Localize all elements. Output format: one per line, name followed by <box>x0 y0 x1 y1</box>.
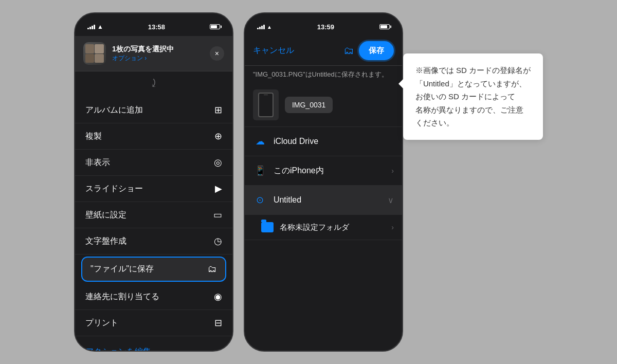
iphone-icon: 📱 <box>253 163 267 178</box>
hide-icon: ◎ <box>214 157 222 168</box>
file-preview: IMG_0031 <box>245 83 402 127</box>
wifi-right-icon: ▲ <box>267 24 272 30</box>
app-icon <box>83 42 106 65</box>
nav-right-group: 🗂 保存 <box>343 41 394 60</box>
menu-item-wallpaper[interactable]: 壁紙に設定 ▭ <box>75 202 232 228</box>
callout-text: ※画像では SD カードの登録名が 「Untitled」となっていますが、 お使… <box>415 64 531 130</box>
print-icon: ⊟ <box>214 317 222 329</box>
menu-item-save-files[interactable]: "ファイル"に保存 🗂 <box>81 257 226 282</box>
menu-item-assign-contact[interactable]: 連絡先に割り当てる ◉ <box>75 284 232 310</box>
icloud-label: iCloud Drive <box>274 137 394 146</box>
file-name-box[interactable]: IMG_0031 <box>285 97 333 113</box>
menu-label-duplicate: 複製 <box>85 131 102 142</box>
location-list: ☁ iCloud Drive 📱 このiPhone内 › ⊙ Untitled … <box>245 127 402 240</box>
icloud-icon: ☁ <box>253 134 267 149</box>
contact-icon: ◉ <box>214 291 222 302</box>
menu-label-wallpaper: 壁紙に設定 <box>85 210 126 221</box>
menu-item-duplicate[interactable]: 複製 ⊕ <box>75 123 232 150</box>
status-bar-right: ▲ 13:59 <box>245 13 402 36</box>
menu-label-print: プリント <box>85 318 118 329</box>
menu-label-hide: 非表示 <box>85 157 110 168</box>
edit-actions-link[interactable]: アクションを編集... <box>75 338 232 352</box>
signal-area: ▲ <box>87 23 103 30</box>
menu-item-add-album[interactable]: アルバムに追加 ⊞ <box>75 97 232 123</box>
phone-left: ▲ 13:58 1枚の写真を選択中 オプション › × <box>74 12 233 352</box>
battery-icon <box>210 24 220 29</box>
menu-item-slideshow[interactable]: スライドショー ▶ <box>75 176 232 202</box>
sd-label: Untitled <box>274 195 382 205</box>
files-icon: 🗂 <box>208 264 217 275</box>
location-icloud[interactable]: ☁ iCloud Drive <box>245 127 402 156</box>
menu-item-print[interactable]: プリント ⊟ <box>75 310 232 336</box>
location-sd-card[interactable]: ⊙ Untitled ∨ <box>245 186 402 215</box>
signal-area-right: ▲ <box>257 24 272 30</box>
time-display-left: 13:58 <box>148 23 165 31</box>
share-title: 1枚の写真を選択中 <box>112 45 204 54</box>
save-button[interactable]: 保存 <box>359 41 394 60</box>
add-album-icon: ⊞ <box>214 104 222 116</box>
signal-bars-right-icon <box>257 25 265 29</box>
signal-bars-icon <box>87 25 95 29</box>
callout-box: ※画像では SD カードの登録名が 「Untitled」となっていますが、 お使… <box>403 53 543 140</box>
header-text-group: 1枚の写真を選択中 オプション › <box>112 45 204 63</box>
sd-card-icon: ⊙ <box>253 193 267 207</box>
wallpaper-icon: ▭ <box>213 209 222 221</box>
subfolder-folder-icon <box>261 222 274 232</box>
battery-icon-right <box>379 24 390 29</box>
menu-label-watchface: 文字盤作成 <box>85 236 126 247</box>
subfolder-chevron-icon: › <box>391 223 394 231</box>
sd-expand-icon: ∨ <box>388 195 394 205</box>
slideshow-icon: ▶ <box>215 183 222 194</box>
subfolder-item[interactable]: 名称未設定フォルダ › <box>245 215 402 240</box>
cancel-button[interactable]: キャンセル <box>253 45 294 56</box>
menu-item-hide[interactable]: 非表示 ◎ <box>75 150 232 176</box>
menu-label-slideshow: スライドショー <box>85 184 143 194</box>
phone-preview-icon <box>258 93 274 117</box>
menu-label-assign-contact: 連絡先に割り当てる <box>85 292 159 302</box>
time-display-right: 13:59 <box>317 23 334 31</box>
scroll-indicator: ⤸ <box>75 74 232 93</box>
folder-icon: 🗂 <box>343 45 354 57</box>
files-nav: キャンセル 🗂 保存 <box>245 36 402 66</box>
options-link[interactable]: オプション › <box>112 54 204 63</box>
phone-right: ▲ 13:59 キャンセル 🗂 保存 "IMG_0031.PNG"はUntitl… <box>244 12 403 352</box>
duplicate-icon: ⊕ <box>214 131 222 142</box>
wifi-icon: ▲ <box>97 23 103 30</box>
menu-label-save-files: "ファイル"に保存 <box>90 264 154 275</box>
menu-item-watchface[interactable]: 文字盤作成 ◷ <box>75 228 232 254</box>
iphone-label: このiPhone内 <box>274 166 385 176</box>
share-header: 1枚の写真を選択中 オプション › × <box>75 36 232 71</box>
save-info-text: "IMG_0031.PNG"はUntitledに保存されます。 <box>245 66 402 83</box>
subfolder-label: 名称未設定フォルダ <box>280 223 385 232</box>
watchface-icon: ◷ <box>214 235 222 247</box>
battery-area-left <box>210 24 220 29</box>
file-thumbnail <box>253 89 279 120</box>
status-bar-left: ▲ 13:58 <box>75 13 232 36</box>
location-iphone[interactable]: 📱 このiPhone内 › <box>245 156 402 186</box>
menu-scroll-hint: ⤸ <box>75 71 232 95</box>
close-button[interactable]: × <box>210 46 224 61</box>
battery-area-right <box>379 24 390 29</box>
menu-label-add-album: アルバムに追加 <box>85 105 143 116</box>
iphone-chevron-icon: › <box>391 167 394 175</box>
menu-list: アルバムに追加 ⊞ 複製 ⊕ 非表示 ◎ スライドショー ▶ 壁紙に設定 ▭ <box>75 95 232 338</box>
